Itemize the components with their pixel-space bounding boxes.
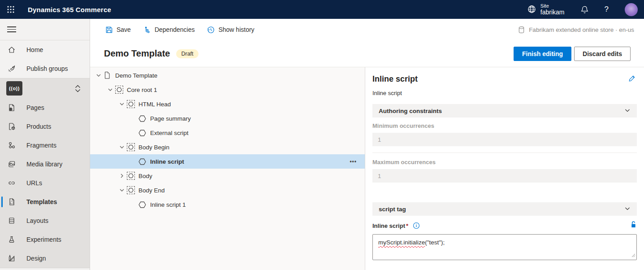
section-header-label: Authoring constraints: [379, 108, 442, 114]
live-channel-icon[interactable]: ((o)): [6, 81, 22, 96]
script-tag-section-header[interactable]: script tag: [372, 202, 637, 216]
max-occurrences-input[interactable]: 1: [372, 169, 637, 183]
site-picker-value: fabrikam: [540, 9, 565, 16]
store-context-label: Fabrikam extended online store · en-us: [529, 26, 634, 33]
sidebar-item-urls[interactable]: URLs: [0, 174, 90, 192]
finish-editing-button[interactable]: Finish editing: [514, 47, 571, 61]
chevron-down-icon: [624, 205, 631, 213]
info-icon[interactable]: [413, 222, 420, 229]
help-button[interactable]: ?: [605, 5, 609, 14]
tree-node-label: External script: [150, 130, 189, 136]
tree-node-page-summary[interactable]: Page summary: [90, 111, 365, 126]
sidebar-item-design[interactable]: Design: [0, 249, 90, 268]
hamburger-menu-icon[interactable]: [7, 26, 16, 32]
sidebar-item-label: URLs: [26, 179, 42, 187]
sidebar-item-label: Experiments: [26, 236, 61, 243]
container-module-icon: [127, 143, 138, 151]
misspelled-text: myScript.initialize: [378, 239, 425, 246]
tree-node-external-script[interactable]: External script: [90, 126, 365, 140]
sidebar-item-publish-groups[interactable]: Publish groups: [0, 59, 90, 78]
tree-node-label: Body Begin: [138, 144, 169, 151]
sidebar-item-label: Design: [26, 255, 46, 262]
home-icon: [7, 46, 16, 54]
sidebar-item-label: Layouts: [26, 217, 48, 224]
min-occurrences-label: Minimum occurrences: [372, 122, 637, 129]
publish-groups-icon: [7, 65, 16, 73]
chevron-down-icon[interactable]: [105, 87, 115, 92]
tree-node-label: Inline script 1: [150, 201, 186, 208]
template-structure-tree: Demo Template Core root 1 HTML Head Page…: [90, 67, 365, 270]
properties-title: Inline script: [372, 74, 637, 84]
tree-node-label: Body: [138, 173, 152, 179]
sidebar-item-label: Fragments: [26, 142, 56, 149]
chevron-down-icon[interactable]: [94, 73, 104, 78]
products-icon: [7, 122, 16, 131]
layouts-icon: [7, 217, 16, 225]
properties-subtitle: Inline script: [372, 90, 637, 96]
sidebar-item-products[interactable]: Products: [0, 117, 90, 136]
edit-pencil-icon[interactable]: [628, 74, 636, 84]
page-title: Demo Template: [104, 48, 170, 59]
urls-link-icon: [7, 179, 16, 187]
discard-edits-button[interactable]: Discard edits: [574, 47, 631, 61]
tree-node-inline-script[interactable]: Inline script •••: [90, 154, 365, 169]
chevron-right-icon[interactable]: [117, 173, 127, 179]
tree-node-body-end[interactable]: Body End: [90, 183, 365, 197]
sidebar-item-media-library[interactable]: Media library: [0, 155, 90, 174]
tree-node-core-root-1[interactable]: Core root 1: [90, 83, 365, 97]
authoring-constraints-section-header[interactable]: Authoring constraints: [372, 104, 637, 118]
sidebar-item-pages[interactable]: Pages: [0, 98, 90, 117]
sidebar-item-label: Media library: [26, 161, 62, 168]
store-context[interactable]: Fabrikam extended online store · en-us: [518, 26, 634, 34]
store-database-icon: [518, 26, 525, 34]
waffle-icon[interactable]: [0, 0, 22, 19]
tree-node-demo-template[interactable]: Demo Template: [90, 68, 365, 83]
required-asterisk: *: [406, 222, 408, 229]
sidebar-item-home[interactable]: Home: [0, 40, 90, 59]
status-badge: Draft: [176, 49, 198, 58]
sidebar-item-layouts[interactable]: Layouts: [0, 211, 90, 230]
more-options-ellipsis[interactable]: •••: [350, 158, 365, 165]
sidebar-item-label: Pages: [26, 104, 44, 111]
container-module-icon: [127, 172, 138, 180]
save-button[interactable]: Save: [105, 26, 131, 34]
save-button-label: Save: [117, 26, 131, 33]
template-document-icon: [104, 71, 115, 79]
sidebar-item-fragments[interactable]: Fragments: [0, 136, 90, 155]
design-ruler-icon: [7, 254, 16, 262]
tree-node-body-begin[interactable]: Body Begin: [90, 140, 365, 154]
experiments-flask-icon: [7, 235, 16, 244]
show-history-button[interactable]: Show history: [207, 26, 254, 34]
min-occurrences-input[interactable]: 1: [372, 133, 637, 146]
dependencies-button[interactable]: Dependencies: [143, 26, 195, 34]
tree-node-label: Body End: [138, 187, 165, 194]
app-title[interactable]: Dynamics 365 Commerce: [28, 6, 111, 13]
module-hexagon-icon: [138, 158, 150, 165]
container-module-icon: [127, 186, 138, 194]
show-history-button-label: Show history: [218, 26, 254, 33]
tree-node-inline-script-1[interactable]: Inline script 1: [90, 197, 365, 212]
module-hexagon-icon: [138, 115, 150, 122]
unlock-icon[interactable]: [630, 221, 637, 231]
left-nav-sidebar: Home Publish groups ((o)) Pages Products: [0, 19, 90, 270]
inline-script-textarea[interactable]: myScript.initialize("test");: [372, 234, 637, 260]
chevron-down-icon[interactable]: [117, 144, 127, 150]
tree-node-label: Inline script: [150, 158, 184, 165]
history-clock-icon: [207, 26, 215, 34]
tree-node-html-head[interactable]: HTML Head: [90, 97, 365, 111]
sidebar-item-templates[interactable]: Templates: [0, 192, 90, 211]
media-library-icon: [7, 160, 16, 168]
collapse-section-toggle[interactable]: [75, 85, 83, 92]
sidebar-item-label: Publish groups: [26, 65, 68, 72]
sidebar-item-experiments[interactable]: Experiments: [0, 230, 90, 249]
chevron-down-icon[interactable]: [117, 187, 127, 193]
tree-node-label: Page summary: [150, 115, 191, 122]
tree-node-body[interactable]: Body: [90, 169, 365, 183]
module-hexagon-icon: [138, 201, 150, 209]
chevron-down-icon[interactable]: [117, 101, 127, 107]
site-picker[interactable]: Site fabrikam: [527, 3, 565, 16]
avatar[interactable]: [625, 3, 638, 16]
notifications-bell-icon[interactable]: [581, 5, 588, 14]
module-hexagon-icon: [138, 129, 150, 137]
resize-handle[interactable]: [631, 252, 635, 259]
